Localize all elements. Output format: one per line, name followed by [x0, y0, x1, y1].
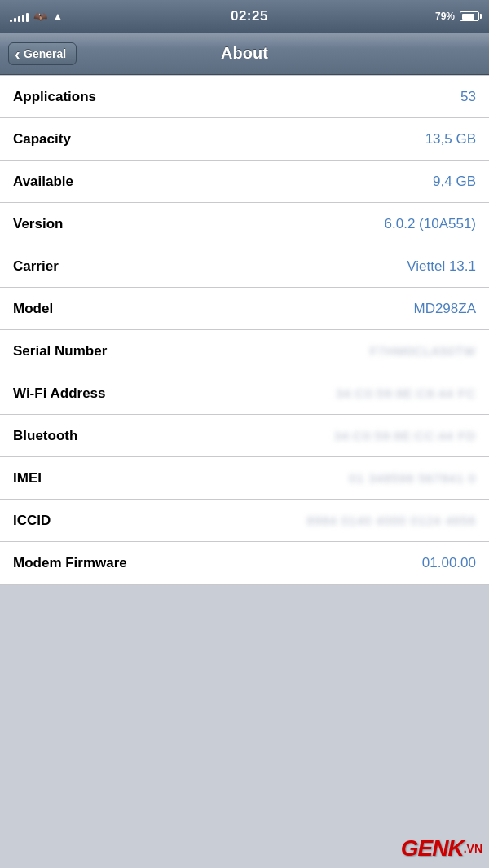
battery-fill — [462, 14, 474, 20]
watermark: GENK .VN — [401, 835, 482, 861]
signal-bar-1 — [10, 20, 12, 22]
page-wrapper: 🦇 ▲ 02:25 79% General About Applications… — [0, 0, 489, 868]
label-imei: IMEI — [13, 470, 42, 487]
label-carrier: Carrier — [13, 258, 59, 275]
status-left: 🦇 ▲ — [10, 10, 64, 23]
row-available[interactable]: Available9,4 GB — [0, 161, 489, 203]
label-bluetooth: Bluetooth — [13, 428, 77, 444]
watermark-suffix: .VN — [464, 842, 482, 855]
value-available: 9,4 GB — [433, 174, 476, 190]
row-version[interactable]: Version6.0.2 (10A551) — [0, 203, 489, 245]
signal-bars — [10, 11, 29, 22]
label-version: Version — [13, 216, 63, 232]
row-iccid[interactable]: ICCID8984 0140 4000 0124 4656 — [0, 500, 489, 542]
row-serial-number[interactable]: Serial NumberF7HM0CLA50TW — [0, 330, 489, 372]
value-bluetooth: 34:C0:59:8E:CC:44 FD — [334, 429, 476, 443]
value-version: 6.0.2 (10A551) — [385, 216, 476, 232]
value-applications: 53 — [460, 89, 476, 105]
row-bluetooth[interactable]: Bluetooth34:C0:59:8E:CC:44 FD — [0, 415, 489, 457]
label-serial-number: Serial Number — [13, 343, 107, 359]
value-iccid: 8984 0140 4000 0124 4656 — [306, 513, 476, 527]
row-modem-firmware[interactable]: Modem Firmware01.00.00 — [0, 542, 489, 584]
label-modem-firmware: Modem Firmware — [13, 555, 127, 571]
watermark-text: GENK — [401, 835, 464, 861]
label-model: Model — [13, 301, 53, 317]
battery-tip — [480, 14, 482, 19]
status-time: 02:25 — [231, 8, 268, 24]
nav-bar: General About — [0, 33, 489, 75]
row-applications[interactable]: Applications53 — [0, 76, 489, 118]
value-capacity: 13,5 GB — [425, 131, 476, 148]
battery-icon — [460, 11, 479, 21]
signal-bar-4 — [22, 15, 24, 22]
signal-bar-3 — [18, 16, 20, 22]
status-right: 79% — [435, 11, 479, 22]
signal-bar-2 — [14, 18, 16, 22]
batman-icon: 🦇 — [33, 10, 47, 23]
value-imei: 01 348598 567841 0 — [349, 471, 476, 485]
signal-bar-5 — [26, 13, 29, 22]
row-wifi-address[interactable]: Wi-Fi Address34:C0:59:8E:C8:44 FC — [0, 372, 489, 415]
value-model: MD298ZA — [413, 301, 476, 317]
wifi-icon: ▲ — [52, 10, 64, 23]
label-wifi-address: Wi-Fi Address — [13, 386, 106, 402]
row-imei[interactable]: IMEI01 348598 567841 0 — [0, 457, 489, 500]
battery-body — [460, 11, 479, 21]
back-button[interactable]: General — [8, 42, 77, 65]
value-modem-firmware: 01.00.00 — [422, 555, 476, 571]
battery-percent: 79% — [435, 11, 455, 22]
value-serial-number: F7HM0CLA50TW — [370, 344, 476, 358]
value-wifi-address: 34:C0:59:8E:C8:44 FC — [336, 386, 476, 400]
row-model[interactable]: ModelMD298ZA — [0, 288, 489, 330]
about-table: Applications53Capacity13,5 GBAvailable9,… — [0, 75, 489, 585]
status-bar: 🦇 ▲ 02:25 79% — [0, 0, 489, 33]
row-capacity[interactable]: Capacity13,5 GB — [0, 118, 489, 161]
label-applications: Applications — [13, 89, 96, 105]
row-carrier[interactable]: CarrierViettel 13.1 — [0, 245, 489, 288]
label-available: Available — [13, 174, 73, 190]
content: Applications53Capacity13,5 GBAvailable9,… — [0, 75, 489, 585]
value-carrier: Viettel 13.1 — [407, 258, 476, 275]
label-capacity: Capacity — [13, 131, 71, 148]
nav-title: About — [221, 44, 268, 63]
label-iccid: ICCID — [13, 513, 51, 529]
